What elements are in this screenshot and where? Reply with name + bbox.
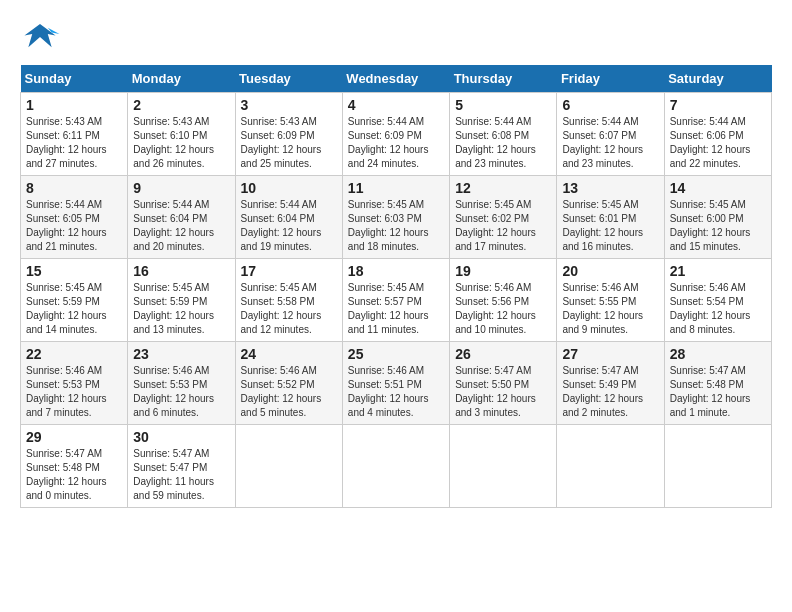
svg-marker-0	[24, 24, 55, 47]
day-number: 4	[348, 97, 444, 113]
calendar-day-cell: 15Sunrise: 5:45 AM Sunset: 5:59 PM Dayli…	[21, 259, 128, 342]
day-number: 3	[241, 97, 337, 113]
column-header-thursday: Thursday	[450, 65, 557, 93]
day-info: Sunrise: 5:44 AM Sunset: 6:06 PM Dayligh…	[670, 115, 766, 171]
column-header-sunday: Sunday	[21, 65, 128, 93]
day-number: 24	[241, 346, 337, 362]
calendar-day-cell: 4Sunrise: 5:44 AM Sunset: 6:09 PM Daylig…	[342, 93, 449, 176]
day-number: 1	[26, 97, 122, 113]
day-info: Sunrise: 5:43 AM Sunset: 6:11 PM Dayligh…	[26, 115, 122, 171]
calendar-week-row: 29Sunrise: 5:47 AM Sunset: 5:48 PM Dayli…	[21, 425, 772, 508]
day-info: Sunrise: 5:43 AM Sunset: 6:09 PM Dayligh…	[241, 115, 337, 171]
day-number: 11	[348, 180, 444, 196]
day-number: 13	[562, 180, 658, 196]
day-number: 8	[26, 180, 122, 196]
day-number: 30	[133, 429, 229, 445]
calendar-day-cell: 7Sunrise: 5:44 AM Sunset: 6:06 PM Daylig…	[664, 93, 771, 176]
day-number: 10	[241, 180, 337, 196]
day-number: 17	[241, 263, 337, 279]
column-header-monday: Monday	[128, 65, 235, 93]
day-number: 16	[133, 263, 229, 279]
day-info: Sunrise: 5:46 AM Sunset: 5:56 PM Dayligh…	[455, 281, 551, 337]
column-header-wednesday: Wednesday	[342, 65, 449, 93]
calendar-day-cell: 6Sunrise: 5:44 AM Sunset: 6:07 PM Daylig…	[557, 93, 664, 176]
page-header	[20, 20, 772, 55]
day-number: 7	[670, 97, 766, 113]
day-info: Sunrise: 5:45 AM Sunset: 6:03 PM Dayligh…	[348, 198, 444, 254]
day-number: 15	[26, 263, 122, 279]
empty-cell	[342, 425, 449, 508]
calendar-day-cell: 19Sunrise: 5:46 AM Sunset: 5:56 PM Dayli…	[450, 259, 557, 342]
day-number: 12	[455, 180, 551, 196]
day-info: Sunrise: 5:44 AM Sunset: 6:04 PM Dayligh…	[241, 198, 337, 254]
day-number: 9	[133, 180, 229, 196]
day-info: Sunrise: 5:45 AM Sunset: 5:59 PM Dayligh…	[26, 281, 122, 337]
day-info: Sunrise: 5:45 AM Sunset: 5:57 PM Dayligh…	[348, 281, 444, 337]
logo-icon	[20, 20, 60, 55]
empty-cell	[235, 425, 342, 508]
day-number: 27	[562, 346, 658, 362]
day-number: 6	[562, 97, 658, 113]
day-info: Sunrise: 5:46 AM Sunset: 5:51 PM Dayligh…	[348, 364, 444, 420]
calendar-week-row: 1Sunrise: 5:43 AM Sunset: 6:11 PM Daylig…	[21, 93, 772, 176]
calendar-day-cell: 11Sunrise: 5:45 AM Sunset: 6:03 PM Dayli…	[342, 176, 449, 259]
day-number: 18	[348, 263, 444, 279]
calendar-day-cell: 21Sunrise: 5:46 AM Sunset: 5:54 PM Dayli…	[664, 259, 771, 342]
calendar-day-cell: 18Sunrise: 5:45 AM Sunset: 5:57 PM Dayli…	[342, 259, 449, 342]
day-info: Sunrise: 5:46 AM Sunset: 5:52 PM Dayligh…	[241, 364, 337, 420]
calendar-day-cell: 16Sunrise: 5:45 AM Sunset: 5:59 PM Dayli…	[128, 259, 235, 342]
day-number: 29	[26, 429, 122, 445]
calendar-day-cell: 8Sunrise: 5:44 AM Sunset: 6:05 PM Daylig…	[21, 176, 128, 259]
calendar-day-cell: 17Sunrise: 5:45 AM Sunset: 5:58 PM Dayli…	[235, 259, 342, 342]
day-info: Sunrise: 5:45 AM Sunset: 6:02 PM Dayligh…	[455, 198, 551, 254]
calendar-week-row: 22Sunrise: 5:46 AM Sunset: 5:53 PM Dayli…	[21, 342, 772, 425]
calendar-week-row: 15Sunrise: 5:45 AM Sunset: 5:59 PM Dayli…	[21, 259, 772, 342]
calendar-day-cell: 20Sunrise: 5:46 AM Sunset: 5:55 PM Dayli…	[557, 259, 664, 342]
day-number: 19	[455, 263, 551, 279]
empty-cell	[557, 425, 664, 508]
day-number: 14	[670, 180, 766, 196]
logo	[20, 20, 64, 55]
day-number: 21	[670, 263, 766, 279]
day-number: 26	[455, 346, 551, 362]
empty-cell	[450, 425, 557, 508]
day-info: Sunrise: 5:44 AM Sunset: 6:08 PM Dayligh…	[455, 115, 551, 171]
calendar-day-cell: 1Sunrise: 5:43 AM Sunset: 6:11 PM Daylig…	[21, 93, 128, 176]
day-info: Sunrise: 5:44 AM Sunset: 6:05 PM Dayligh…	[26, 198, 122, 254]
day-number: 2	[133, 97, 229, 113]
calendar-day-cell: 28Sunrise: 5:47 AM Sunset: 5:48 PM Dayli…	[664, 342, 771, 425]
day-info: Sunrise: 5:45 AM Sunset: 6:00 PM Dayligh…	[670, 198, 766, 254]
day-info: Sunrise: 5:45 AM Sunset: 5:59 PM Dayligh…	[133, 281, 229, 337]
calendar-day-cell: 29Sunrise: 5:47 AM Sunset: 5:48 PM Dayli…	[21, 425, 128, 508]
day-info: Sunrise: 5:45 AM Sunset: 6:01 PM Dayligh…	[562, 198, 658, 254]
calendar-day-cell: 5Sunrise: 5:44 AM Sunset: 6:08 PM Daylig…	[450, 93, 557, 176]
calendar-day-cell: 9Sunrise: 5:44 AM Sunset: 6:04 PM Daylig…	[128, 176, 235, 259]
day-info: Sunrise: 5:43 AM Sunset: 6:10 PM Dayligh…	[133, 115, 229, 171]
column-header-friday: Friday	[557, 65, 664, 93]
day-info: Sunrise: 5:46 AM Sunset: 5:53 PM Dayligh…	[26, 364, 122, 420]
calendar-header: SundayMondayTuesdayWednesdayThursdayFrid…	[21, 65, 772, 93]
calendar-day-cell: 3Sunrise: 5:43 AM Sunset: 6:09 PM Daylig…	[235, 93, 342, 176]
day-info: Sunrise: 5:44 AM Sunset: 6:07 PM Dayligh…	[562, 115, 658, 171]
day-info: Sunrise: 5:47 AM Sunset: 5:47 PM Dayligh…	[133, 447, 229, 503]
calendar-day-cell: 13Sunrise: 5:45 AM Sunset: 6:01 PM Dayli…	[557, 176, 664, 259]
calendar-day-cell: 26Sunrise: 5:47 AM Sunset: 5:50 PM Dayli…	[450, 342, 557, 425]
calendar-day-cell: 14Sunrise: 5:45 AM Sunset: 6:00 PM Dayli…	[664, 176, 771, 259]
day-info: Sunrise: 5:47 AM Sunset: 5:48 PM Dayligh…	[26, 447, 122, 503]
calendar-day-cell: 24Sunrise: 5:46 AM Sunset: 5:52 PM Dayli…	[235, 342, 342, 425]
calendar-day-cell: 2Sunrise: 5:43 AM Sunset: 6:10 PM Daylig…	[128, 93, 235, 176]
calendar-day-cell: 23Sunrise: 5:46 AM Sunset: 5:53 PM Dayli…	[128, 342, 235, 425]
column-header-tuesday: Tuesday	[235, 65, 342, 93]
day-info: Sunrise: 5:47 AM Sunset: 5:50 PM Dayligh…	[455, 364, 551, 420]
day-number: 28	[670, 346, 766, 362]
day-info: Sunrise: 5:44 AM Sunset: 6:04 PM Dayligh…	[133, 198, 229, 254]
day-info: Sunrise: 5:46 AM Sunset: 5:55 PM Dayligh…	[562, 281, 658, 337]
header-row: SundayMondayTuesdayWednesdayThursdayFrid…	[21, 65, 772, 93]
calendar-day-cell: 25Sunrise: 5:46 AM Sunset: 5:51 PM Dayli…	[342, 342, 449, 425]
calendar-body: 1Sunrise: 5:43 AM Sunset: 6:11 PM Daylig…	[21, 93, 772, 508]
day-info: Sunrise: 5:46 AM Sunset: 5:54 PM Dayligh…	[670, 281, 766, 337]
calendar-day-cell: 12Sunrise: 5:45 AM Sunset: 6:02 PM Dayli…	[450, 176, 557, 259]
day-info: Sunrise: 5:47 AM Sunset: 5:49 PM Dayligh…	[562, 364, 658, 420]
calendar-week-row: 8Sunrise: 5:44 AM Sunset: 6:05 PM Daylig…	[21, 176, 772, 259]
empty-cell	[664, 425, 771, 508]
